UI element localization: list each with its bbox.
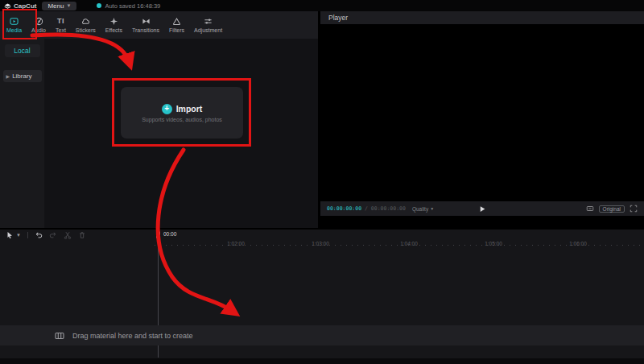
player-panel: Player 00:00:00:00 / 00:00:00:00 Quality…	[320, 11, 644, 228]
audio-icon	[35, 17, 43, 26]
tab-label: Filters	[169, 27, 184, 33]
tab-media[interactable]: Media	[2, 11, 27, 39]
quality-label: Quality	[412, 206, 428, 212]
media-panel: Media Audio TI Text Stickers Effects Tra…	[0, 11, 318, 228]
tab-label: Effects	[105, 27, 122, 33]
media-sidebar: Local ▶ Library	[0, 39, 44, 228]
tab-effects[interactable]: Effects	[101, 11, 127, 39]
tab-label: Audio	[31, 27, 46, 33]
capcut-logo: CapCut	[4, 2, 36, 10]
library-label: Library	[12, 72, 31, 80]
import-hint-text: Supports videos, audios, photos	[142, 117, 222, 122]
quality-dropdown[interactable]: Quality ▼	[412, 206, 434, 212]
tab-label: Transitions	[132, 27, 159, 33]
ratio-icon[interactable]	[586, 205, 594, 213]
chevron-down-icon: ▼	[66, 3, 71, 8]
select-tool-icon[interactable]	[6, 231, 14, 239]
timeline-toolbar: ▼	[0, 230, 644, 240]
ribbon-tabs: Media Audio TI Text Stickers Effects Tra…	[0, 11, 318, 39]
autosave-status: Auto saved 16:48:39	[97, 2, 160, 10]
timeline-ruler[interactable]: 1:02:00 1:03:00 1:04:00 1:05:00 1:06:00	[0, 240, 644, 250]
adjustment-icon	[204, 17, 213, 26]
ruler-label: 1:03:00	[312, 241, 329, 246]
tab-label: Stickers	[76, 27, 96, 33]
toolbar-divider	[27, 232, 28, 238]
tab-label: Text	[56, 27, 66, 33]
tab-stickers[interactable]: Stickers	[71, 11, 101, 39]
current-time: 00:00:00:00	[327, 205, 361, 212]
tab-label: Media	[6, 27, 22, 33]
ruler-label: 1:05:00	[485, 241, 502, 246]
sidebar-item-local[interactable]: Local	[5, 44, 40, 57]
tab-label: Adjustment	[194, 27, 222, 33]
player-header: Player	[320, 11, 644, 24]
fullscreen-icon[interactable]	[630, 205, 638, 213]
play-icon	[479, 205, 486, 213]
tab-text[interactable]: TI Text	[51, 11, 71, 39]
menu-button[interactable]: Menu ▼	[42, 2, 76, 10]
transitions-icon	[142, 17, 151, 26]
expand-arrow-icon: ▶	[6, 73, 10, 79]
player-title: Player	[328, 14, 348, 22]
timeline-bottom-strip	[0, 358, 644, 364]
film-strip-icon	[55, 331, 64, 341]
total-duration: / 00:00:00:00	[365, 205, 406, 212]
media-icon	[10, 17, 19, 26]
media-content-area: + Import Supports videos, audios, photos	[44, 39, 318, 228]
import-dropzone[interactable]: + Import Supports videos, audios, photos	[121, 87, 243, 139]
play-button[interactable]	[479, 201, 486, 216]
import-button-label[interactable]: Import	[176, 104, 203, 114]
top-bar: CapCut Menu ▼ Auto saved 16:48:39	[0, 0, 644, 11]
app-name: CapCut	[14, 2, 36, 10]
drag-hint-text: Drag material here and start to create	[72, 332, 193, 340]
chevron-down-icon[interactable]: ▼	[16, 233, 21, 238]
tab-filters[interactable]: Filters	[164, 11, 189, 39]
playhead-time: 00:00	[163, 231, 176, 237]
text-icon: TI	[57, 17, 64, 26]
autosave-text: Auto saved 16:48:39	[105, 2, 160, 10]
ruler-label: 1:04:00	[400, 241, 418, 246]
player-controls: 00:00:00:00 / 00:00:00:00 Quality ▼ Orig…	[320, 201, 644, 216]
effects-icon	[109, 17, 118, 26]
menu-label: Menu	[47, 2, 64, 10]
stickers-icon	[81, 17, 90, 26]
redo-icon[interactable]	[49, 231, 57, 239]
tab-adjustment[interactable]: Adjustment	[189, 11, 227, 39]
delete-icon[interactable]	[78, 231, 86, 239]
video-viewport	[320, 24, 644, 201]
tab-transitions[interactable]: Transitions	[127, 11, 164, 39]
ruler-label: 1:02:00	[227, 241, 245, 246]
sidebar-item-library[interactable]: ▶ Library	[3, 70, 42, 82]
track-drop-area[interactable]: Drag material here and start to create	[0, 325, 644, 345]
tab-audio[interactable]: Audio	[27, 11, 51, 39]
plus-icon: +	[162, 104, 172, 114]
autosave-dot-icon	[97, 3, 101, 8]
original-resolution-button[interactable]: Original	[599, 205, 625, 213]
capcut-window: CapCut Menu ▼ Auto saved 16:48:39 Media …	[0, 0, 644, 364]
ruler-label: 1:06:00	[569, 241, 587, 246]
chevron-down-icon: ▼	[430, 206, 434, 211]
split-icon[interactable]	[64, 231, 72, 239]
capcut-logo-icon	[4, 2, 11, 10]
undo-icon[interactable]	[35, 231, 43, 239]
playhead-handle[interactable]	[156, 231, 160, 238]
timeline-panel: ▼ 1:02:00 1:03:00 1:04:00 1:05:00 1:06:0…	[0, 230, 644, 364]
filters-icon	[172, 17, 181, 26]
